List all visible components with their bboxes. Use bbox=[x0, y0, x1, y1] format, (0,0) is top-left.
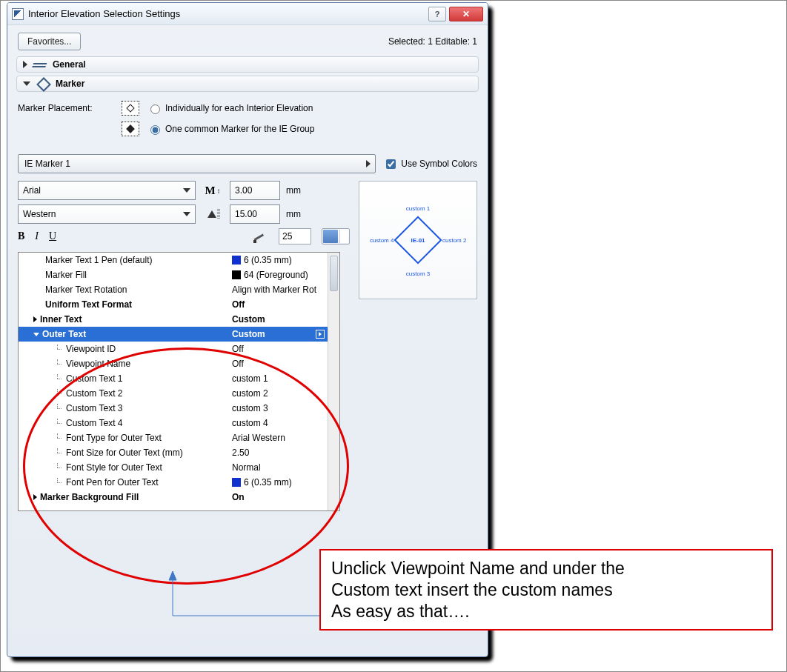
titlebar: Interior Elevation Selection Settings ? … bbox=[7, 3, 488, 25]
font-family-select[interactable]: Arial bbox=[18, 181, 196, 200]
font-script-select[interactable]: Western bbox=[18, 204, 196, 224]
placement-common[interactable]: One common Marker for the IE Group bbox=[147, 123, 314, 135]
preview-bottom: custom 3 bbox=[406, 270, 430, 277]
placement-individual-radio[interactable] bbox=[150, 104, 160, 114]
annotation-line-3: As easy as that…. bbox=[331, 601, 761, 622]
underline-button[interactable]: U bbox=[49, 230, 56, 242]
preview-left: custom 4 bbox=[370, 237, 394, 244]
tree-row-custom-4[interactable]: Custom Text 4 custom 4 bbox=[19, 416, 339, 430]
section-general[interactable]: General bbox=[16, 56, 479, 73]
top-row: Favorites... Selected: 1 Editable: 1 bbox=[7, 25, 488, 55]
marker-size-input[interactable]: 15.00 bbox=[230, 204, 280, 224]
svg-marker-0 bbox=[207, 210, 216, 218]
marker-type-select[interactable]: IE Marker 1 bbox=[18, 154, 376, 173]
tree-row-bg-fill[interactable]: Marker Background Fill On bbox=[19, 490, 339, 505]
tree-row-font-style[interactable]: Font Style for Outer Text Normal bbox=[19, 460, 339, 475]
font-style-buttons: B I U bbox=[18, 230, 56, 242]
pen-number-input[interactable]: 25 bbox=[279, 228, 311, 244]
tree-row-font-type[interactable]: Font Type for Outer Text Arial Western bbox=[19, 430, 339, 445]
marker-select-row: IE Marker 1 Use Symbol Colors bbox=[18, 154, 477, 173]
canvas: Interior Elevation Selection Settings ? … bbox=[0, 0, 787, 672]
text-height-icon: M↕ bbox=[202, 183, 224, 198]
mm-label-1: mm bbox=[286, 185, 307, 196]
tree-row-rotation[interactable]: Marker Text Rotation Align with Marker R… bbox=[19, 282, 339, 297]
mm-label-2: mm bbox=[286, 209, 307, 219]
tree-row-pen[interactable]: Marker Text 1 Pen (default) 6 (0.35 mm) bbox=[19, 253, 339, 267]
chevron-right-icon bbox=[366, 160, 371, 167]
tree-row-viewpoint-name[interactable]: Viewpoint Name Off bbox=[19, 356, 339, 371]
text-height-input[interactable]: 3.00 bbox=[230, 181, 280, 200]
annotation-callout: Unclick Viewpoint Name and under the Cus… bbox=[319, 549, 773, 631]
section-marker[interactable]: Marker bbox=[16, 76, 479, 92]
placement-individual[interactable]: Individually for each Interior Elevation bbox=[147, 102, 313, 114]
disclosure-right-icon bbox=[33, 316, 37, 322]
disclosure-right-icon bbox=[33, 494, 37, 500]
tree-row-custom-1[interactable]: Custom Text 1 custom 1 bbox=[19, 371, 339, 386]
window-title: Interior Elevation Selection Settings bbox=[28, 8, 424, 19]
tree-row-font-size[interactable]: Font Size for Outer Text (mm) 2.50 bbox=[19, 445, 339, 460]
placement-common-radio[interactable] bbox=[150, 125, 160, 135]
preview-right: custom 2 bbox=[442, 237, 466, 244]
caret-down-icon bbox=[183, 188, 190, 193]
parameter-tree: Marker Text 1 Pen (default) 6 (0.35 mm) … bbox=[18, 252, 340, 511]
font-rows: Arial M↕ 3.00 mm Western bbox=[18, 181, 350, 244]
annotation-line-2: Custom text insert the custom names bbox=[331, 579, 761, 601]
tree-row-font-pen[interactable]: Font Pen for Outer Text 6 (0.35 mm) bbox=[19, 475, 339, 490]
window-buttons: ? ✕ bbox=[428, 7, 483, 21]
tree-row-fill[interactable]: Marker Fill 64 (Foreground) bbox=[19, 267, 339, 282]
preview-column: IE-01 custom 1 custom 2 custom 3 custom … bbox=[359, 181, 477, 511]
marker-placement-row1: Marker Placement: Individually for each … bbox=[18, 101, 477, 116]
scrollbar-thumb[interactable] bbox=[330, 256, 338, 291]
expand-button[interactable] bbox=[316, 330, 325, 339]
preview-top: custom 1 bbox=[406, 205, 430, 212]
help-button[interactable]: ? bbox=[428, 7, 446, 21]
tree-row-viewpoint-id[interactable]: Viewpoint ID Off bbox=[19, 342, 339, 356]
app-icon bbox=[12, 8, 24, 20]
tree-row-uniform[interactable]: Uniform Text Format Off bbox=[19, 297, 339, 312]
disclosure-down-icon bbox=[23, 81, 30, 86]
section-general-label: General bbox=[53, 59, 86, 70]
close-button[interactable]: ✕ bbox=[449, 7, 483, 21]
caret-down-icon bbox=[183, 212, 190, 216]
marker-placement-label: Marker Placement: bbox=[18, 103, 114, 113]
color-swatch-icon bbox=[232, 256, 241, 265]
use-symbol-colors-checkbox[interactable] bbox=[386, 159, 396, 169]
favorites-button[interactable]: Favorites... bbox=[18, 33, 81, 50]
color-swatch-icon bbox=[232, 478, 241, 487]
tree-row-custom-3[interactable]: Custom Text 3 custom 3 bbox=[19, 401, 339, 416]
bold-button[interactable]: B bbox=[18, 230, 24, 242]
font-and-preview-row: Arial M↕ 3.00 mm Western bbox=[18, 173, 477, 511]
tree-row-custom-2[interactable]: Custom Text 2 custom 2 bbox=[19, 386, 339, 401]
marker-placement-row2: One common Marker for the IE Group bbox=[18, 122, 477, 136]
preview-center: IE-01 bbox=[411, 237, 425, 244]
pen-color-picker[interactable] bbox=[322, 228, 350, 244]
placement-individual-icon bbox=[122, 101, 139, 116]
section-marker-label: Marker bbox=[56, 79, 84, 89]
general-icon bbox=[33, 60, 47, 69]
color-swatch-icon bbox=[232, 270, 241, 279]
use-symbol-colors[interactable]: Use Symbol Colors bbox=[383, 157, 477, 171]
pen-icon bbox=[253, 230, 268, 243]
marker-icon bbox=[36, 79, 50, 88]
disclosure-down-icon bbox=[33, 333, 39, 336]
selection-status: Selected: 1 Editable: 1 bbox=[388, 36, 477, 47]
tree-row-inner-text[interactable]: Inner Text Custom bbox=[19, 312, 339, 327]
font-column: Arial M↕ 3.00 mm Western bbox=[18, 173, 350, 511]
italic-button[interactable]: I bbox=[35, 230, 39, 242]
marker-size-icon bbox=[202, 207, 224, 222]
disclosure-right-icon bbox=[23, 61, 27, 68]
annotation-line-1: Unclick Viewpoint Name and under the bbox=[331, 558, 761, 579]
marker-preview: IE-01 custom 1 custom 2 custom 3 custom … bbox=[359, 181, 477, 299]
tree-row-outer-text[interactable]: Outer Text Custom bbox=[19, 327, 339, 342]
placement-common-icon bbox=[122, 122, 139, 136]
scrollbar[interactable] bbox=[328, 253, 339, 510]
